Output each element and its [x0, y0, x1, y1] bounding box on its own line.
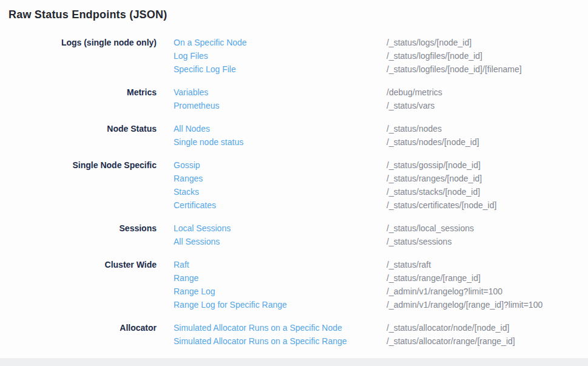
endpoint-link[interactable]: On a Specific Node [174, 36, 387, 49]
endpoint-row: Prometheus/_status/vars [174, 99, 588, 112]
category-label: Cluster Wide [0, 258, 157, 311]
endpoint-path: /_status/stacks/[node_id] [387, 185, 480, 198]
endpoint-section: Logs (single node only)On a Specific Nod… [0, 36, 588, 76]
endpoint-section: Cluster WideRaft/_status/raftRange/_stat… [0, 258, 588, 311]
endpoint-link[interactable]: All Sessions [174, 235, 387, 248]
endpoint-path: /_status/local_sessions [387, 222, 474, 235]
endpoint-path: /_status/vars [387, 99, 434, 112]
endpoint-section: SessionsLocal Sessions/_status/local_ses… [0, 222, 588, 248]
endpoint-section: MetricsVariables/debug/metricsPrometheus… [0, 86, 588, 112]
endpoint-section: Single Node SpecificGossip/_status/gossi… [0, 158, 588, 212]
endpoint-section: Node StatusAll Nodes/_status/nodesSingle… [0, 122, 588, 149]
endpoint-link[interactable]: Variables [174, 86, 387, 99]
endpoint-link[interactable]: Local Sessions [174, 222, 387, 235]
category-label: Logs (single node only) [0, 36, 157, 76]
endpoint-path: /_admin/v1/rangelog?limit=100 [387, 285, 502, 298]
endpoint-link[interactable]: Certificates [174, 198, 387, 212]
endpoint-row: Raft/_status/raft [174, 258, 588, 271]
endpoint-row: Gossip/_status/gossip/[node_id] [174, 158, 588, 172]
endpoint-path: /_status/sessions [387, 235, 451, 248]
endpoints-table: Logs (single node only)On a Specific Nod… [0, 36, 588, 348]
category-label: Sessions [0, 222, 157, 248]
endpoint-rows: All Nodes/_status/nodesSingle node statu… [174, 122, 588, 149]
endpoint-path: /_status/raft [387, 258, 431, 271]
endpoint-row: Specific Log File/_status/logfiles/[node… [174, 63, 588, 76]
endpoint-row: Simulated Allocator Runs on a Specific R… [174, 334, 588, 348]
endpoint-path: /_status/nodes/[node_id] [387, 135, 479, 149]
endpoint-row: Simulated Allocator Runs on a Specific N… [174, 321, 588, 334]
endpoint-row: Log Files/_status/logfiles/[node_id] [174, 49, 588, 63]
endpoint-row: Ranges/_status/ranges/[node_id] [174, 172, 588, 185]
endpoint-row: Single node status/_status/nodes/[node_i… [174, 135, 588, 149]
endpoint-row: Range Log for Specific Range/_admin/v1/r… [174, 298, 588, 311]
endpoint-row: Local Sessions/_status/local_sessions [174, 222, 588, 235]
endpoint-path: /_status/nodes [387, 122, 442, 135]
endpoint-link[interactable]: Prometheus [174, 99, 387, 112]
endpoint-rows: Local Sessions/_status/local_sessionsAll… [174, 222, 588, 248]
footer-band [0, 358, 588, 366]
category-label: Allocator [0, 321, 157, 348]
endpoint-link[interactable]: Single node status [174, 135, 387, 149]
endpoint-path: /_status/certificates/[node_id] [387, 198, 496, 212]
endpoint-rows: On a Specific Node/_status/logs/[node_id… [174, 36, 588, 76]
endpoint-path: /_status/allocator/range/[range_id] [387, 334, 515, 348]
endpoint-path: /_status/gossip/[node_id] [387, 158, 481, 172]
endpoint-rows: Gossip/_status/gossip/[node_id]Ranges/_s… [174, 158, 588, 212]
endpoint-link[interactable]: Log Files [174, 49, 387, 63]
page-title: Raw Status Endpoints (JSON) [0, 0, 588, 21]
endpoint-path: /_status/range/[range_id] [387, 271, 481, 285]
endpoint-row: All Sessions/_status/sessions [174, 235, 588, 248]
endpoint-link[interactable]: Simulated Allocator Runs on a Specific N… [174, 321, 387, 334]
endpoint-row: On a Specific Node/_status/logs/[node_id… [174, 36, 588, 49]
endpoint-rows: Raft/_status/raftRange/_status/range/[ra… [174, 258, 588, 311]
endpoint-path: /_admin/v1/rangelog/[range_id]?limit=100 [387, 298, 542, 311]
endpoint-section: AllocatorSimulated Allocator Runs on a S… [0, 321, 588, 348]
endpoint-path: /_status/allocator/node/[node_id] [387, 321, 509, 334]
endpoint-link[interactable]: All Nodes [174, 122, 387, 135]
endpoint-link[interactable]: Specific Log File [174, 63, 387, 76]
category-label: Single Node Specific [0, 158, 157, 212]
endpoint-link[interactable]: Raft [174, 258, 387, 271]
endpoint-link[interactable]: Simulated Allocator Runs on a Specific R… [174, 334, 387, 348]
endpoint-row: Certificates/_status/certificates/[node_… [174, 198, 588, 212]
endpoint-link[interactable]: Range [174, 271, 387, 285]
endpoint-row: Range Log/_admin/v1/rangelog?limit=100 [174, 285, 588, 298]
endpoint-link[interactable]: Gossip [174, 158, 387, 172]
endpoint-row: All Nodes/_status/nodes [174, 122, 588, 135]
endpoint-row: Stacks/_status/stacks/[node_id] [174, 185, 588, 198]
endpoint-link[interactable]: Ranges [174, 172, 387, 185]
endpoint-link[interactable]: Stacks [174, 185, 387, 198]
endpoint-link[interactable]: Range Log [174, 285, 387, 298]
debug-endpoints-page: Raw Status Endpoints (JSON) Logs (single… [0, 0, 588, 348]
endpoint-path: /_status/ranges/[node_id] [387, 172, 482, 185]
category-label: Metrics [0, 86, 157, 112]
endpoint-path: /_status/logfiles/[node_id]/[filename] [387, 63, 522, 76]
endpoint-path: /_status/logs/[node_id] [387, 36, 471, 49]
category-label: Node Status [0, 122, 157, 149]
endpoint-link[interactable]: Range Log for Specific Range [174, 298, 387, 311]
endpoint-path: /_status/logfiles/[node_id] [387, 49, 482, 63]
endpoint-path: /debug/metrics [387, 86, 442, 99]
endpoint-row: Range/_status/range/[range_id] [174, 271, 588, 285]
endpoint-rows: Simulated Allocator Runs on a Specific N… [174, 321, 588, 348]
endpoint-row: Variables/debug/metrics [174, 86, 588, 99]
endpoint-rows: Variables/debug/metricsPrometheus/_statu… [174, 86, 588, 112]
